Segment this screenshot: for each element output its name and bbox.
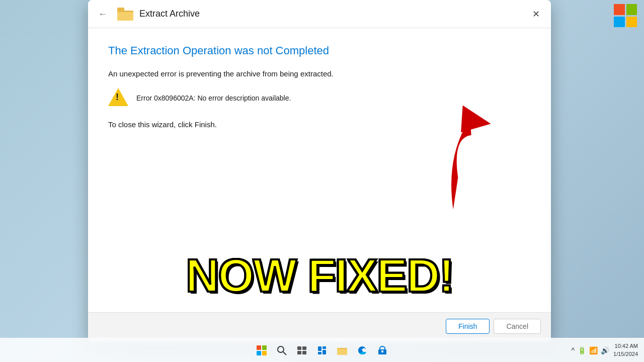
svg-rect-9 bbox=[318, 352, 321, 354]
svg-rect-14 bbox=[381, 350, 383, 352]
desktop: ← Extract Archive ✕ The Extraction Opera… bbox=[0, 0, 644, 362]
clock-time: 10:42 AM bbox=[613, 342, 638, 350]
folder-icon-wrap bbox=[117, 8, 133, 21]
taskbar-edge-button[interactable] bbox=[353, 341, 371, 359]
taskbar: ^ 🔋 📶 🔊 10:42 AM 1/15/2024 bbox=[0, 338, 644, 362]
taskbar-search-button[interactable] bbox=[273, 341, 291, 359]
svg-rect-10 bbox=[323, 350, 326, 354]
start-tile-2 bbox=[262, 345, 267, 350]
error-heading: The Extraction Operation was not Complet… bbox=[108, 44, 531, 57]
store-icon bbox=[377, 345, 387, 355]
folder-icon bbox=[117, 8, 133, 21]
system-tray: ^ 🔋 📶 🔊 bbox=[571, 346, 609, 354]
cancel-button[interactable]: Cancel bbox=[494, 319, 541, 334]
error-box: Error 0x8096002A: No error description a… bbox=[108, 88, 531, 108]
win-tile-green bbox=[626, 4, 637, 15]
svg-rect-7 bbox=[318, 346, 321, 351]
svg-rect-4 bbox=[302, 346, 306, 350]
title-bar: ← Extract Archive ✕ bbox=[88, 0, 551, 28]
search-icon bbox=[277, 345, 287, 355]
tray-volume-icon[interactable]: 🔊 bbox=[601, 346, 609, 354]
svg-rect-8 bbox=[323, 346, 326, 349]
back-button[interactable]: ← bbox=[94, 8, 111, 21]
clock-date: 1/15/2024 bbox=[613, 350, 638, 358]
warning-icon bbox=[108, 88, 128, 108]
start-icon bbox=[257, 345, 267, 355]
edge-icon bbox=[357, 345, 367, 355]
finish-button[interactable]: Finish bbox=[446, 319, 490, 334]
windows-logo-corner bbox=[614, 4, 640, 30]
svg-rect-3 bbox=[297, 346, 301, 350]
title-bar-left: ← Extract Archive bbox=[94, 8, 200, 21]
tray-battery-icon[interactable]: 🔋 bbox=[578, 346, 586, 354]
task-view-icon bbox=[297, 345, 307, 355]
taskbar-file-explorer-button[interactable] bbox=[333, 341, 351, 359]
svg-rect-6 bbox=[302, 351, 306, 354]
extract-archive-dialog: ← Extract Archive ✕ The Extraction Opera… bbox=[88, 0, 551, 342]
clock[interactable]: 10:42 AM 1/15/2024 bbox=[613, 342, 638, 358]
win-tile-yellow bbox=[626, 17, 637, 28]
start-tile-4 bbox=[262, 351, 267, 355]
warning-triangle bbox=[108, 88, 128, 106]
taskbar-start-button[interactable] bbox=[253, 341, 271, 359]
error-code: Error 0x8096002A: No error description a… bbox=[136, 94, 291, 102]
now-fixed-text: NOW FIXED! bbox=[186, 249, 453, 302]
svg-rect-12 bbox=[337, 349, 347, 355]
start-tile-3 bbox=[257, 351, 261, 355]
error-description: An unexpected error is preventing the ar… bbox=[108, 69, 531, 78]
taskbar-task-view-button[interactable] bbox=[293, 341, 311, 359]
taskbar-center bbox=[253, 341, 391, 359]
file-explorer-icon bbox=[337, 345, 348, 355]
win-tile-red bbox=[614, 4, 625, 15]
close-button[interactable]: ✕ bbox=[529, 7, 543, 21]
win-tile-blue bbox=[614, 17, 625, 28]
svg-point-1 bbox=[278, 346, 284, 352]
taskbar-widgets-button[interactable] bbox=[313, 341, 331, 359]
widgets-icon bbox=[317, 345, 327, 355]
tray-chevron[interactable]: ^ bbox=[571, 346, 575, 354]
taskbar-store-button[interactable] bbox=[373, 341, 391, 359]
tray-network-icon[interactable]: 📶 bbox=[589, 346, 598, 354]
dialog-content: The Extraction Operation was not Complet… bbox=[88, 28, 551, 312]
folder-front bbox=[117, 12, 133, 21]
svg-rect-5 bbox=[297, 351, 301, 354]
start-tile-1 bbox=[257, 345, 261, 350]
taskbar-right: ^ 🔋 📶 🔊 10:42 AM 1/15/2024 bbox=[571, 342, 638, 358]
close-instruction: To close this wizard, click Finish. bbox=[108, 120, 531, 129]
svg-line-2 bbox=[283, 352, 286, 355]
dialog-title: Extract Archive bbox=[139, 9, 200, 19]
